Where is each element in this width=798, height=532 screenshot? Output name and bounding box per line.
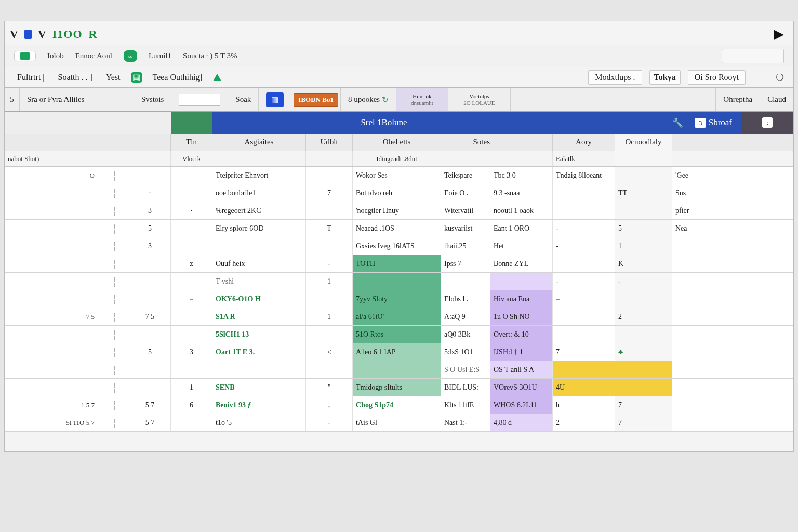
cell-tick[interactable]: || — [98, 184, 129, 202]
cell-obel[interactable]: Wokor Ses — [353, 167, 441, 184]
cell-left[interactable] — [5, 290, 98, 308]
cell-agg[interactable]: %regeoert 2KC — [212, 202, 306, 219]
col-obel[interactable]: Obel etts — [353, 134, 441, 151]
cell-udbt[interactable] — [306, 167, 353, 184]
data-grid[interactable]: O||Tteipriter EhnvortWokor SesTeikspareT… — [5, 167, 793, 432]
cell-cem[interactable] — [615, 167, 672, 184]
cell-obel[interactable]: al/a 61tO' — [353, 308, 441, 325]
cell-udbt[interactable] — [306, 202, 353, 219]
cell-idx[interactable]: 5 — [129, 343, 171, 361]
chip-home[interactable] — [14, 51, 36, 61]
table-row[interactable]: ||3Gxsies Iveg 16lATSthaii.25Het-1 — [5, 237, 793, 255]
cell-left[interactable]: O — [5, 167, 98, 184]
twoLine-tile-2[interactable]: Voctolps 2O LOLAUE — [448, 88, 511, 111]
table-row[interactable]: ||53Oart 1T E 3.≤A1eo 6 1 lAP5:lsS 1O1IJ… — [5, 343, 793, 361]
cell-last[interactable] — [672, 414, 793, 431]
zoom-level[interactable]: I1OO — [52, 28, 83, 41]
cell-agg[interactable]: Beoiv1 93 ƒ — [212, 396, 306, 414]
cell-left[interactable]: 1 5 7 — [5, 396, 98, 414]
cell-tick[interactable]: || — [98, 237, 129, 255]
cell-udbt[interactable] — [306, 290, 353, 308]
table-row[interactable]: ||3·%regeoert 2KC'nocgtler HnuyWitervati… — [5, 202, 793, 220]
cell-tin[interactable]: 6 — [171, 396, 212, 414]
table-row[interactable]: 5t 11O 5 7||5 7t1o '5-tAis GlNast 1:-4,8… — [5, 414, 793, 432]
cell-last[interactable] — [672, 255, 793, 272]
cell-udbt[interactable]: 1 — [306, 308, 353, 325]
cell-tick[interactable]: || — [98, 326, 129, 343]
filter-label[interactable]: Sra or Fyra Alliles — [20, 88, 134, 111]
cell-aory[interactable]: 2 — [553, 414, 615, 431]
ribbon2-item[interactable]: Teea Outhihig] — [150, 72, 206, 83]
document-icon[interactable] — [24, 30, 32, 39]
cell-aory[interactable] — [553, 326, 615, 343]
cell-obel[interactable]: 'nocgtler Hnuy — [353, 202, 441, 219]
cell-sts1[interactable]: Ipss 7 — [441, 255, 490, 272]
cell-last[interactable] — [672, 308, 793, 325]
cell-aory[interactable] — [553, 361, 615, 378]
table-row[interactable]: ||·ooe bonbrile17Bot tdvo rehEoie O .9 3… — [5, 184, 793, 202]
cell-cem[interactable]: 7 — [615, 414, 672, 431]
cell-left[interactable] — [5, 220, 98, 237]
cell-udbt[interactable]: 7 — [306, 184, 353, 202]
cell-agg[interactable]: Ouuf heix — [212, 255, 306, 272]
cell-last[interactable] — [672, 343, 793, 361]
cell-idx[interactable]: 5 — [129, 220, 171, 237]
cell-sts1[interactable]: BIDL LUS: — [441, 379, 490, 396]
forward-arrow-icon[interactable]: ▶ — [774, 26, 788, 42]
cell-tick[interactable]: || — [98, 414, 129, 431]
cell-sts2[interactable]: Het — [490, 237, 553, 255]
cell-left[interactable] — [5, 255, 98, 272]
oheptis-button[interactable]: Ohreptha — [716, 88, 760, 111]
cell-last[interactable] — [672, 326, 793, 343]
cell-sts1[interactable]: kusvariist — [441, 220, 490, 237]
cell-cem[interactable] — [615, 326, 672, 343]
cell-tin[interactable] — [171, 361, 212, 378]
cell-tick[interactable]: || — [98, 396, 129, 414]
cell-agg[interactable]: OKY6-O1O H — [212, 290, 306, 308]
cell-udbt[interactable]: T — [306, 220, 353, 237]
cell-tick[interactable]: || — [98, 379, 129, 396]
cell-sts2[interactable]: 9 3 -snaa — [490, 184, 553, 202]
twoLine-tile-1[interactable]: Hunr ok dnsuamht — [396, 88, 448, 111]
cell-obel[interactable]: Tmidogp sItults — [353, 379, 441, 396]
table-row[interactable]: ||T vshi1-- — [5, 273, 793, 290]
cell-obel[interactable]: 51O Rtos — [353, 326, 441, 343]
cell-sts2[interactable]: 4,80 d — [490, 414, 553, 431]
cell-udbt[interactable]: , — [306, 396, 353, 414]
cell-left[interactable] — [5, 273, 98, 290]
cell-udbt[interactable] — [306, 237, 353, 255]
ribbon2-item[interactable]: Yest — [103, 72, 124, 83]
table-row[interactable]: ||S O Usl E:SOS T anll S A — [5, 361, 793, 379]
wrench-icon[interactable]: 🔧 — [672, 117, 683, 128]
cell-aory[interactable]: = — [553, 290, 615, 308]
cell-aory[interactable] — [553, 202, 615, 219]
cell-cem[interactable] — [615, 379, 672, 396]
table-row[interactable]: 1 5 7||5 76Beoiv1 93 ƒ,Chog S1p74Klts 11… — [5, 396, 793, 414]
table-row[interactable]: ||=OKY6-O1O H7yyv SlotyElobs l .Hiv aua … — [5, 290, 793, 308]
cell-left[interactable] — [5, 202, 98, 219]
cell-tick[interactable]: || — [98, 273, 129, 290]
cell-sts1[interactable]: Teikspare — [441, 167, 490, 184]
cell-sts2[interactable]: WHOS 6.2L11 — [490, 396, 553, 414]
cell-sts2[interactable]: Eant 1 ORO — [490, 220, 553, 237]
cell-cem[interactable] — [615, 361, 672, 378]
cell-last[interactable] — [672, 290, 793, 308]
cell-left[interactable] — [5, 184, 98, 202]
cell-tin[interactable] — [171, 308, 212, 325]
cell-agg[interactable]: S1A R — [212, 308, 306, 325]
table-row[interactable]: ||5Elry splore 6ODTNeaead .1OSkusvariist… — [5, 220, 793, 237]
table-row[interactable]: 7 5||7 5S1A R1al/a 61tO'A:aQ 91u O Sh NO… — [5, 308, 793, 326]
cell-agg[interactable]: t1o '5 — [212, 414, 306, 431]
cell-last[interactable]: pfier — [672, 202, 793, 219]
ribbon1-item[interactable]: Lumil1 — [149, 51, 171, 60]
cell-agg[interactable]: SENB — [212, 379, 306, 396]
cell-sts1[interactable]: Elobs l . — [441, 290, 490, 308]
dropdown-glyph-2[interactable]: V — [38, 28, 46, 41]
cell-tin[interactable] — [171, 414, 212, 431]
col-sts1[interactable]: Sotes — [441, 134, 490, 151]
cell-tin[interactable] — [171, 220, 212, 237]
cell-cem[interactable]: - — [615, 273, 672, 290]
filter-input[interactable] — [179, 94, 220, 106]
cell-idx[interactable]: 5 7 — [129, 396, 171, 414]
table-row[interactable]: ||zOuuf heix-TOTHIpss 7Bonne ZYLK — [5, 255, 793, 273]
